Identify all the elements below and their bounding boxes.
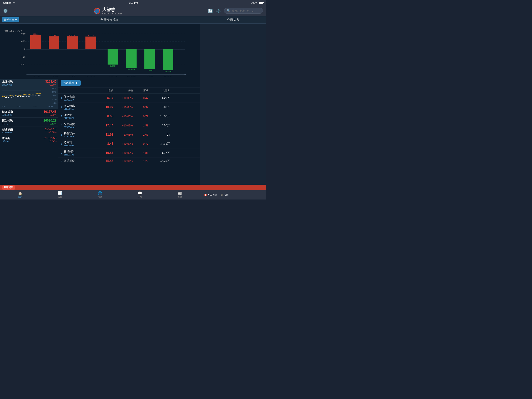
- index-card-shenzhen[interactable]: 深证成指 SZ399001 10177.45 +0.28%: [0, 109, 58, 118]
- index-card-shanghai[interactable]: 上证指数 SH000001 3158.40 +0.26%: [0, 79, 58, 109]
- rank-5: 5: [61, 133, 62, 136]
- index-change-shanghai: +0.26%: [45, 83, 57, 86]
- index-panel: 上证指数 SH000001 3158.40 +0.26%: [0, 79, 58, 189]
- svg-text:-11.6891: -11.6891: [127, 68, 135, 70]
- app-header: ⚙️ 大智慧 GREAT WISDOM 🔄 ⚖️ 🔍: [0, 6, 266, 16]
- rank-filter-button[interactable]: 涨跌排行 ▼: [61, 80, 81, 86]
- search-box[interactable]: 🔍: [224, 8, 263, 14]
- stock-changeval-6: 0.77: [135, 142, 150, 145]
- stock-volume-1: 1.02万: [150, 96, 170, 100]
- news-icon: 📰: [177, 191, 182, 195]
- index-value-dow: 21182.53: [44, 136, 57, 140]
- stock-changepct-6: +10.03%: [115, 142, 135, 145]
- rank-1: 1: [61, 97, 62, 100]
- stock-table-headers: 最新 涨幅 涨跌 成交量: [58, 87, 200, 94]
- col-header-change-pct: 涨幅: [115, 89, 135, 92]
- time-label-1130: 11:30: [17, 106, 21, 108]
- security-badge: 3: [221, 194, 223, 196]
- stock-row[interactable]: 8 四通股份 15.46 +10.01% 1.22 14.22万: [58, 158, 200, 164]
- stock-volume-2: 3.86万: [150, 105, 170, 109]
- tab-bar: 🏠 首页 📊 自选 🌐 市场 💬 决策 📰 新闻 2 人工智能 3 安防: [0, 190, 266, 200]
- index-card-dow[interactable]: 道琼斯 IXDJIA 21182.53 +0.04%: [0, 135, 58, 144]
- header-logo: 大智慧 GREAT WISDOM: [94, 7, 122, 15]
- stock-row[interactable]: 5 科蓝软件 SZ300663 11.52 +10.03% 1.05 23: [58, 130, 200, 139]
- right-bottom-panel: [200, 79, 266, 189]
- rank-8: 8: [61, 159, 62, 162]
- tab-watchlist[interactable]: 📊 自选: [40, 191, 80, 199]
- app-name-block: 大智慧 GREAT WISDOM: [102, 7, 122, 15]
- index-name-hangseng: 恒生指数: [2, 119, 13, 122]
- status-bar: Carrier 6:07 PM 100%: [0, 0, 266, 6]
- tab-security-item[interactable]: 3 安防: [221, 193, 229, 197]
- shanghai-mini-chart: [2, 87, 45, 104]
- y-label-2: 0.5%: [52, 91, 57, 93]
- news-ticker: 最新资讯: [0, 185, 266, 190]
- battery-icon: [259, 2, 263, 4]
- svg-rect-33: [144, 49, 155, 69]
- stock-changeval-1: 0.47: [135, 97, 150, 100]
- stock-row[interactable]: 7 日播时尚 SH603196 19.87 +10.02% 1.81 1.77万: [58, 148, 200, 158]
- index-code-dow: IXDJIA: [2, 140, 10, 142]
- index-change-hangseng: -0.13%: [44, 122, 57, 125]
- stock-code-2: SH600652: [64, 108, 75, 110]
- stock-changeval-3: 0.79: [135, 115, 150, 118]
- stock-row[interactable]: 2 游久游戏 SH600652 10.07 +10.05% 0.92 3.86万: [58, 103, 200, 112]
- logo-svg: [94, 7, 101, 14]
- stock-name-5: 科蓝软件: [64, 132, 75, 135]
- svg-text:8.9913: 8.9913: [32, 33, 38, 35]
- stock-volume-3: 15.39万: [150, 115, 170, 118]
- battery-label: 100%: [251, 1, 257, 4]
- tab-ai-item[interactable]: 2 人工智能: [204, 193, 217, 197]
- col-header-name: [61, 89, 96, 92]
- stock-changeval-2: 0.92: [135, 106, 150, 109]
- stock-name-4: 光力科技: [64, 122, 75, 126]
- svg-rect-24: [85, 37, 96, 49]
- tab-news[interactable]: 📰 新闻: [160, 191, 200, 199]
- rank-2: 2: [61, 106, 62, 109]
- stock-volume-5: 23: [150, 133, 170, 136]
- balance-icon[interactable]: ⚖️: [216, 9, 221, 13]
- tab-market[interactable]: 🌐 市场: [80, 191, 120, 199]
- rank-4: 4: [61, 124, 62, 127]
- index-card-hangseng[interactable]: 恒生指数 HKHSI 26030.29 -0.13%: [0, 118, 58, 126]
- svg-point-2: [95, 9, 99, 13]
- svg-text:一带一路: 一带一路: [31, 75, 40, 76]
- tab-home[interactable]: 🏠 首页: [0, 191, 40, 199]
- svg-text:-7.25: -7.25: [21, 56, 25, 58]
- settings-icon[interactable]: ⚙️: [3, 9, 8, 13]
- svg-rect-18: [49, 36, 59, 49]
- stock-price-4: 17.44: [96, 124, 115, 127]
- stock-row[interactable]: 3 津劝业 SH600821 8.65 +10.05% 0.79 15.39万: [58, 112, 200, 121]
- svg-text:-12.4483: -12.4483: [146, 69, 153, 71]
- tab-home-label: 首页: [18, 196, 22, 199]
- date-filter-button[interactable]: 最近一天 ▼: [2, 17, 19, 22]
- refresh-icon[interactable]: 🔄: [208, 9, 213, 13]
- time-label-1300: 13:00: [32, 106, 37, 108]
- stock-row[interactable]: 1 新能泰山 SZ000720 5.14 +10.06% 0.47 1.02万: [58, 94, 200, 103]
- stock-changeval-7: 1.81: [135, 151, 150, 154]
- tab-decision[interactable]: 💬 决策: [120, 191, 160, 199]
- stock-changepct-8: +10.01%: [115, 159, 135, 162]
- stock-row[interactable]: 4 光力科技 SZ300480 17.44 +10.03% 1.59 3.95万: [58, 121, 200, 130]
- index-card-chinext[interactable]: 创业板指 SZ399006 1796.13 +0.08%: [0, 126, 58, 135]
- stock-changepct-3: +10.05%: [115, 115, 135, 118]
- carrier-label: Carrier: [3, 1, 11, 4]
- search-icon: 🔍: [227, 9, 231, 13]
- search-input[interactable]: [232, 9, 260, 12]
- svg-point-0: [14, 3, 14, 4]
- rank-6: 6: [61, 142, 62, 145]
- y-label-1: 1.0%: [52, 87, 57, 89]
- fund-flow-section: 最近一天 ▼ 今日资金流向 净额（单位：亿元）: [0, 16, 200, 79]
- svg-text:-9.6724: -9.6724: [110, 65, 116, 67]
- date-filter-label: 最近一天: [4, 18, 14, 22]
- index-name-chinext: 创业板指: [2, 128, 13, 131]
- headlines-header: 今日头条: [200, 16, 266, 24]
- index-value-shanghai: 3158.40: [45, 80, 57, 83]
- chart-area: 净额（单位：亿元） 9.89 4.95 0 -7.25: [0, 24, 200, 79]
- rank-filter-dropdown-icon: ▼: [75, 81, 78, 84]
- stock-row[interactable]: 6 哈高科 SH600095 8.45 +10.03% 0.77 34.39万: [58, 139, 200, 148]
- index-value-chinext: 1796.13: [45, 128, 57, 131]
- dropdown-icon: ▼: [15, 19, 17, 21]
- y-label-3: 0.0%: [52, 95, 57, 97]
- index-name-dow: 道琼斯: [2, 137, 10, 140]
